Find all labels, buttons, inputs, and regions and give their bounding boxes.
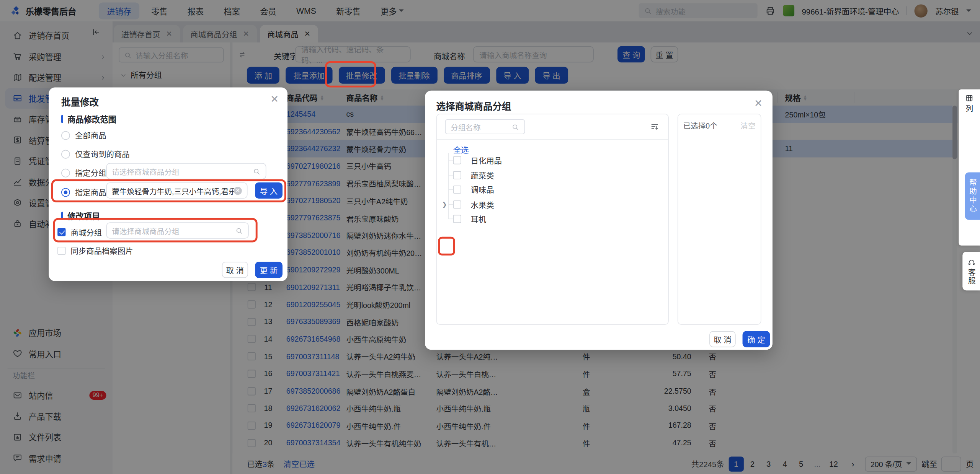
tree-label: 蔬菜类 [470, 169, 494, 181]
tree-label: 调味品 [470, 184, 494, 195]
option-specified-products[interactable]: 指定商品 [61, 186, 106, 198]
column-tool-strip: 列 [959, 89, 980, 245]
tree-label: 日化用品 [470, 154, 502, 166]
sort-filter-icon[interactable] [650, 122, 659, 131]
divider [437, 139, 668, 140]
screen: 乐檬零售后台 进销存零售报表档案会员WMS新零售更多 搜索功能 99661-新界… [0, 0, 980, 474]
tree-guide-stub [448, 204, 453, 205]
modal-title: 选择商城商品分组 [436, 99, 511, 112]
option-all-products[interactable]: 全部商品 [61, 129, 106, 141]
radio-icon[interactable] [61, 131, 70, 140]
batch-modify-modal: 批量修改 ✕ 商品修改范围 全部商品 仅查询到的商品 指定分组 请选择商城商品分… [49, 88, 287, 281]
tree-label: 耳机 [470, 213, 486, 225]
search-icon [511, 122, 519, 131]
scope-section-title: 商品修改范围 [61, 113, 116, 125]
specified-products-value: 蒙牛焕轻骨力牛奶,三只小牛高钙,君乐宝 [112, 185, 234, 196]
selected-count-header: 已选择0个 [683, 120, 717, 130]
tree-item-4[interactable]: 耳机 [437, 212, 668, 226]
option-label: 指定分组 [75, 167, 106, 179]
tree-item-0[interactable]: 日化用品 [437, 153, 668, 168]
column-tool-label: 列 [959, 102, 980, 113]
field-label: 同步商品档案图片 [70, 245, 133, 257]
tree-checkbox[interactable] [453, 200, 461, 208]
customer-service-tab[interactable]: 客服 [962, 252, 980, 290]
cancel-button[interactable]: 取 消 [709, 331, 736, 347]
field-label: 商城分组 [70, 226, 102, 238]
tree-checkbox[interactable] [453, 171, 461, 179]
placeholder: 分组名称 [451, 122, 511, 132]
group-name-search-input[interactable]: 分组名称 [445, 119, 525, 134]
tree-guide-stub [448, 160, 453, 161]
modal-title: 批量修改 [61, 95, 99, 108]
radio-icon-selected[interactable] [61, 188, 70, 197]
expand-icon[interactable]: ❯ [442, 201, 447, 208]
option-label: 指定商品 [75, 186, 106, 198]
mall-group-input[interactable]: 请选择商城商品分组 [106, 222, 249, 238]
clear-link[interactable]: 清空 [741, 120, 756, 130]
update-button[interactable]: 更 新 [255, 262, 283, 278]
placeholder: 请选择商城商品分组 [112, 225, 179, 236]
import-products-button[interactable]: 导 入 [255, 182, 283, 199]
tree-guide-stub [448, 218, 453, 219]
selected-panel: 已选择0个 清空 [678, 114, 761, 325]
help-center-tab[interactable]: 帮助中心 [965, 173, 980, 220]
radio-icon[interactable] [61, 168, 70, 177]
close-icon[interactable]: ✕ [270, 95, 279, 104]
field-sync-images[interactable]: 同步商品档案图片 [57, 245, 133, 257]
tree-item-1[interactable]: 蔬菜类 [437, 168, 668, 182]
option-label: 全部商品 [75, 129, 106, 141]
checkbox-icon[interactable] [57, 247, 65, 255]
tree-guide-stub [448, 189, 453, 190]
option-queried-products[interactable]: 仅查询到的商品 [61, 148, 130, 160]
tree-item-2[interactable]: 调味品 [437, 182, 668, 197]
headset-icon [967, 257, 975, 266]
search-icon [235, 226, 243, 235]
tree-item-3[interactable]: ❯水果类 [437, 197, 668, 212]
group-list-panel: 分组名称 全选 日化用品蔬菜类调味品❯水果类耳机 [436, 114, 669, 325]
tree-checkbox[interactable] [453, 186, 461, 194]
service-label: 客服 [966, 268, 977, 284]
checkbox-checked-icon[interactable] [57, 228, 65, 236]
option-specified-group[interactable]: 指定分组 [61, 167, 106, 179]
field-mall-group[interactable]: 商城分组 [57, 226, 102, 238]
cancel-button[interactable]: 取 消 [222, 262, 248, 278]
placeholder: 请选择商城商品分组 [112, 166, 179, 176]
select-group-modal: 选择商城商品分组 ✕ 分组名称 全选 日化用品蔬菜类调味品❯水果类耳机 已选择0… [425, 91, 773, 350]
tree-guide-stub [448, 174, 453, 175]
specified-products-input[interactable]: 蒙牛焕轻骨力牛奶,三只小牛高钙,君乐宝 ✕ [106, 182, 248, 199]
search-icon [253, 167, 261, 176]
option-label: 仅查询到的商品 [75, 148, 130, 160]
clear-icon[interactable]: ✕ [234, 186, 242, 194]
radio-icon[interactable] [61, 150, 70, 158]
grid-icon [965, 93, 974, 102]
tree-checkbox[interactable] [453, 215, 461, 223]
specified-group-input[interactable]: 请选择商城商品分组 [106, 163, 266, 179]
tree-label: 水果类 [470, 198, 494, 210]
modify-section-title: 修改项目 [61, 210, 100, 222]
column-settings-button[interactable]: 列 [959, 93, 980, 113]
tree-checkbox[interactable] [453, 156, 461, 164]
confirm-button[interactable]: 确 定 [743, 331, 770, 347]
app-root: 乐檬零售后台 进销存零售报表档案会员WMS新零售更多 搜索功能 99661-新界… [0, 0, 980, 474]
close-icon[interactable]: ✕ [754, 99, 763, 108]
